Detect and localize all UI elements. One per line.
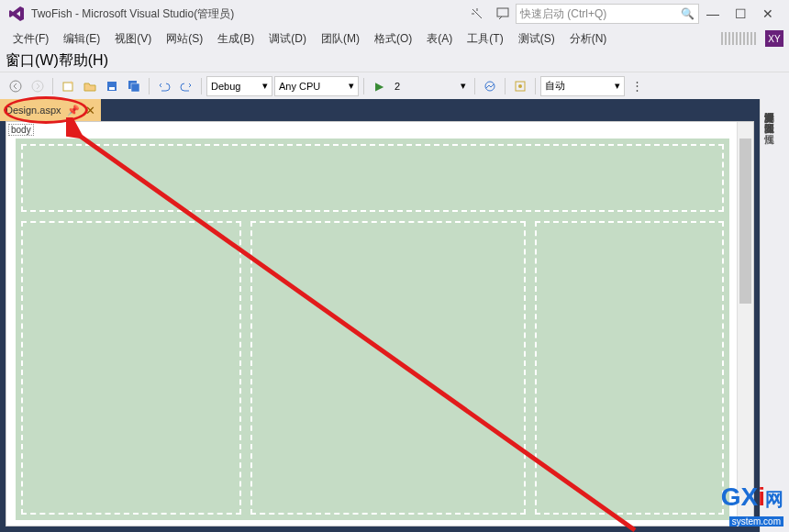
svg-point-1 <box>10 81 21 92</box>
menu-website[interactable]: 网站(S) <box>159 29 210 49</box>
menu-analyze[interactable]: 分析(N) <box>562 29 615 49</box>
pin-icon[interactable]: 📌 <box>67 105 80 116</box>
layout-cell[interactable] <box>21 221 241 515</box>
document-tab-design[interactable]: Design.aspx 📌 ✕ <box>0 99 101 121</box>
tab-team-explorer[interactable]: 团队资源管理器 <box>761 110 778 121</box>
run-target-dropdown[interactable]: 2▾ <box>391 76 470 96</box>
quick-launch-input[interactable]: 快速启动 (Ctrl+Q) 🔍 <box>516 4 699 24</box>
menu-edit[interactable]: 编辑(E) <box>56 29 107 49</box>
menu-format[interactable]: 格式(O) <box>367 29 419 49</box>
search-icon: 🔍 <box>681 7 695 20</box>
svg-rect-5 <box>109 87 115 90</box>
watermark-url: system.com <box>729 516 783 526</box>
layout-cell[interactable] <box>250 221 526 515</box>
close-button[interactable]: ✕ <box>754 5 782 23</box>
window-title: TwoFish - Microsoft Visual Studio(管理员) <box>31 6 234 22</box>
nav-forward-button[interactable] <box>28 76 48 96</box>
menubar: 文件(F) 编辑(E) 视图(V) 网站(S) 生成(B) 调试(D) 团队(M… <box>0 28 789 50</box>
vs-logo-icon <box>7 5 26 23</box>
svg-point-2 <box>32 81 43 92</box>
new-project-button[interactable] <box>58 76 78 96</box>
config-dropdown[interactable]: Debug▾ <box>206 76 272 96</box>
watermark-brand: GXi网 <box>721 482 783 512</box>
minimize-button[interactable]: — <box>699 5 727 23</box>
user-badge[interactable]: XY <box>765 30 783 47</box>
svg-point-10 <box>518 84 522 88</box>
toolbar-overflow-button[interactable]: ⋮ <box>627 76 647 96</box>
quick-launch-placeholder: 快速启动 (Ctrl+Q) <box>520 6 606 22</box>
watermark: GXi网 system.com <box>721 482 783 528</box>
tab-properties[interactable]: 属性 <box>761 121 778 132</box>
signin-placeholder[interactable] <box>721 32 758 45</box>
menu-team[interactable]: 团队(M) <box>314 29 367 49</box>
designer-surface[interactable]: body <box>6 121 754 526</box>
browser-link-button[interactable] <box>480 76 500 96</box>
menu-help[interactable]: 帮助(H) <box>59 51 108 71</box>
tab-solution-explorer[interactable]: 解决方案资源管理器 <box>761 99 778 110</box>
nav-back-button[interactable] <box>6 76 26 96</box>
document-well: Design.aspx 📌 ✕ body <box>0 99 760 532</box>
scrollbar-thumb[interactable] <box>739 139 751 304</box>
document-tabstrip: Design.aspx 📌 ✕ <box>0 99 760 121</box>
maximize-button[interactable]: ☐ <box>727 5 754 23</box>
menu-build[interactable]: 生成(B) <box>210 29 261 49</box>
menu-view[interactable]: 视图(V) <box>107 29 159 49</box>
layout-cell[interactable] <box>21 144 724 212</box>
extension-button[interactable] <box>510 76 530 96</box>
redo-button[interactable] <box>176 76 196 96</box>
layout-cell[interactable] <box>535 221 724 515</box>
platform-label: Any CPU <box>279 81 320 92</box>
toolbar: Debug▾ Any CPU▾ ▶ 2▾ 自动▾ ⋮ <box>0 72 789 99</box>
save-button[interactable] <box>102 76 122 96</box>
svg-rect-7 <box>131 83 139 92</box>
chevron-down-icon: ▾ <box>615 80 620 92</box>
start-debug-button[interactable]: ▶ <box>369 76 389 96</box>
document-tab-label: Design.aspx <box>6 105 61 116</box>
notifications-icon[interactable] <box>470 6 484 21</box>
titlebar: TwoFish - Microsoft Visual Studio(管理员) 快… <box>0 0 789 28</box>
menu-table[interactable]: 表(A) <box>419 29 460 49</box>
undo-button[interactable] <box>154 76 174 96</box>
auto-label: 自动 <box>545 79 565 93</box>
chevron-down-icon: ▾ <box>461 80 466 92</box>
close-tab-icon[interactable]: ✕ <box>85 104 95 117</box>
chevron-down-icon: ▾ <box>349 80 354 92</box>
menu-file[interactable]: 文件(F) <box>6 29 56 49</box>
menu-tools[interactable]: 工具(T) <box>460 29 510 49</box>
body-tag-label[interactable]: body <box>8 124 34 136</box>
side-panel: 解决方案资源管理器 团队资源管理器 属性 <box>760 99 789 532</box>
auto-dropdown[interactable]: 自动▾ <box>540 76 625 96</box>
vertical-scrollbar[interactable] <box>737 122 753 526</box>
menu-window[interactable]: 窗口(W) <box>6 51 59 71</box>
config-label: Debug <box>211 81 240 92</box>
design-canvas[interactable] <box>16 139 729 520</box>
menubar-row2: 窗口(W) 帮助(H) <box>0 50 789 72</box>
menu-test[interactable]: 测试(S) <box>511 29 562 49</box>
svg-rect-0 <box>497 8 508 17</box>
save-all-button[interactable] <box>124 76 144 96</box>
menu-debug[interactable]: 调试(D) <box>261 29 314 49</box>
chevron-down-icon: ▾ <box>262 80 268 92</box>
run-target-label: 2 <box>394 81 400 92</box>
platform-dropdown[interactable]: Any CPU▾ <box>274 76 359 96</box>
open-file-button[interactable] <box>80 76 100 96</box>
feedback-icon[interactable] <box>495 6 510 21</box>
